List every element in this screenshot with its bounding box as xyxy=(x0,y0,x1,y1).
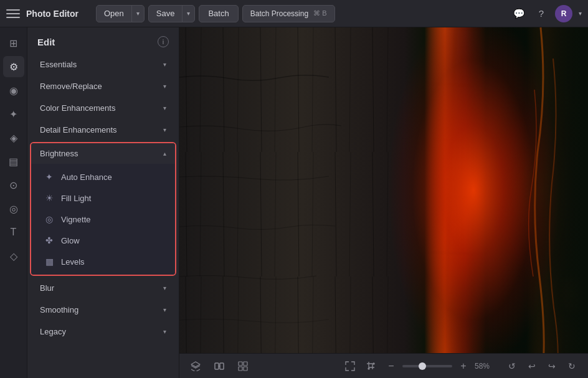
brightness-header[interactable]: Brightness ▴ xyxy=(31,143,175,164)
undo-button[interactable]: ↩ xyxy=(523,357,541,375)
fit-screen-tool[interactable] xyxy=(341,357,359,375)
info-icon[interactable]: i xyxy=(158,36,169,47)
brightness-chevron: ▴ xyxy=(163,150,166,157)
smoothing-chevron: ▾ xyxy=(163,306,166,313)
brightness-item-glow[interactable]: ✤ Glow xyxy=(31,230,175,251)
rotate-left-button[interactable]: ↺ xyxy=(503,357,521,375)
layers-tool[interactable] xyxy=(187,357,204,375)
section-remove-replace[interactable]: Remove/Replace ▾ xyxy=(30,76,176,97)
fill-light-label: Fill Light xyxy=(61,194,91,203)
panel-title: Edit xyxy=(37,37,55,47)
section-essentials-label: Essentials xyxy=(40,60,77,69)
vignette-icon: ◎ xyxy=(44,214,55,225)
sidebar-icon-paint[interactable]: ◈ xyxy=(3,127,24,148)
compare-tool[interactable] xyxy=(211,357,228,375)
svg-rect-3 xyxy=(179,27,404,353)
section-legacy-label: Legacy xyxy=(40,327,66,336)
section-smoothing-label: Smoothing xyxy=(40,305,78,314)
section-detail-enhancements-label: Detail Enhancements xyxy=(40,125,117,135)
open-dropdown-arrow[interactable]: ▾ xyxy=(131,6,144,22)
svg-rect-12 xyxy=(244,362,247,366)
icon-sidebar: ⊞ ⚙ ◉ ✦ ◈ ▤ ⊙ ◎ T ◇ xyxy=(0,27,27,378)
svg-rect-2 xyxy=(179,27,588,353)
section-blur[interactable]: Blur ▾ xyxy=(30,278,176,298)
topbar-right: 💬 ? R ▾ xyxy=(510,5,582,22)
panel-header: Edit i xyxy=(27,27,179,54)
auto-enhance-label: Auto Enhance xyxy=(61,172,112,182)
batch-processing-button[interactable]: Batch Processing ⌘ B xyxy=(242,5,335,22)
sidebar-icon-sliders[interactable]: ⚙ xyxy=(3,56,24,77)
section-detail-enhancements[interactable]: Detail Enhancements ▾ xyxy=(30,120,176,140)
help-icon[interactable]: ? xyxy=(533,5,550,22)
essentials-chevron: ▾ xyxy=(163,61,166,68)
svg-rect-9 xyxy=(220,363,224,369)
batch-button[interactable]: Batch xyxy=(199,5,238,22)
levels-icon: ▦ xyxy=(44,256,55,267)
auto-enhance-icon: ✦ xyxy=(44,171,55,182)
save-button[interactable]: Save ▾ xyxy=(148,5,196,22)
save-label[interactable]: Save xyxy=(149,6,183,22)
remove-replace-chevron: ▾ xyxy=(163,83,166,90)
avatar[interactable]: R xyxy=(555,5,572,22)
brightness-item-vignette[interactable]: ◎ Vignette xyxy=(31,209,175,230)
blur-chevron: ▾ xyxy=(163,285,166,291)
sidebar-icon-eye[interactable]: ◉ xyxy=(3,80,24,101)
svg-point-15 xyxy=(368,368,369,369)
section-brightness: Brightness ▴ ✦ Auto Enhance ☀ Fill Light… xyxy=(30,142,176,276)
fill-light-icon: ☀ xyxy=(44,192,55,204)
brightness-item-auto-enhance[interactable]: ✦ Auto Enhance xyxy=(31,166,175,187)
batch-processing-shortcut: ⌘ B xyxy=(313,9,326,17)
sidebar-icon-layers[interactable]: ▤ xyxy=(3,151,24,172)
topbar-left: Photo Editor xyxy=(6,7,78,21)
open-label[interactable]: Open xyxy=(97,6,131,22)
zoom-slider[interactable] xyxy=(402,365,452,367)
section-color-enhancements[interactable]: Color Enhancements ▾ xyxy=(30,98,176,118)
save-dropdown-arrow[interactable]: ▾ xyxy=(182,6,194,22)
sidebar-icon-effects[interactable]: ◇ xyxy=(3,245,24,267)
topbar: Photo Editor Open ▾ Save ▾ Batch Batch P… xyxy=(0,0,588,27)
section-essentials[interactable]: Essentials ▾ xyxy=(30,54,176,75)
avatar-dropdown-arrow[interactable]: ▾ xyxy=(579,10,582,17)
open-button[interactable]: Open ▾ xyxy=(96,5,145,22)
topbar-actions: Open ▾ Save ▾ Batch Batch Processing ⌘ B xyxy=(96,5,335,22)
history-button[interactable]: ↻ xyxy=(563,357,581,375)
grid-tool[interactable] xyxy=(234,357,252,375)
zoom-control: − + 58% xyxy=(341,357,497,375)
glow-icon: ✤ xyxy=(44,235,55,246)
canvas-image[interactable] xyxy=(179,27,588,353)
detail-enhancements-chevron: ▾ xyxy=(163,126,166,133)
color-enhancements-chevron: ▾ xyxy=(163,105,166,111)
main-layout: ⊞ ⚙ ◉ ✦ ◈ ▤ ⊙ ◎ T ◇ Edit i Essentials ▾ … xyxy=(0,27,588,378)
zoom-out-button[interactable]: − xyxy=(384,359,399,374)
svg-rect-7 xyxy=(486,27,588,353)
redo-button[interactable]: ↪ xyxy=(543,357,561,375)
sidebar-icon-text[interactable]: T xyxy=(3,222,24,243)
sidebar-icon-globe[interactable]: ◎ xyxy=(3,198,24,219)
brightness-item-fill-light[interactable]: ☀ Fill Light xyxy=(31,187,175,209)
section-blur-label: Blur xyxy=(40,283,54,293)
brightness-label: Brightness xyxy=(40,149,78,158)
svg-rect-11 xyxy=(239,362,242,366)
svg-rect-14 xyxy=(244,367,247,371)
sidebar-icon-grid[interactable]: ⊞ xyxy=(3,32,24,54)
sidebar-icon-brush[interactable]: ✦ xyxy=(3,103,24,125)
levels-label: Levels xyxy=(61,257,85,267)
zoom-percent: 58% xyxy=(475,362,497,371)
section-smoothing[interactable]: Smoothing ▾ xyxy=(30,300,176,320)
crop-tool[interactable] xyxy=(363,357,380,375)
section-color-enhancements-label: Color Enhancements xyxy=(40,103,115,113)
chat-icon[interactable]: 💬 xyxy=(510,5,528,22)
menu-icon[interactable] xyxy=(6,7,20,21)
section-legacy[interactable]: Legacy ▾ xyxy=(30,321,176,342)
svg-rect-5 xyxy=(465,158,588,353)
zoom-in-button[interactable]: + xyxy=(456,359,471,374)
brightness-item-levels[interactable]: ▦ Levels xyxy=(31,251,175,272)
edit-panel: Edit i Essentials ▾ Remove/Replace ▾ Col… xyxy=(27,27,179,378)
brightness-items: ✦ Auto Enhance ☀ Fill Light ◎ Vignette ✤… xyxy=(31,164,175,275)
sidebar-icon-people[interactable]: ⊙ xyxy=(3,174,24,196)
bottom-right-tools: ↺ ↩ ↪ ↻ xyxy=(503,357,581,375)
section-remove-replace-label: Remove/Replace xyxy=(40,82,102,91)
zoom-slider-thumb xyxy=(419,362,426,370)
legacy-chevron: ▾ xyxy=(163,328,166,335)
canvas-area: − + 58% ↺ ↩ ↪ ↻ xyxy=(179,27,588,378)
